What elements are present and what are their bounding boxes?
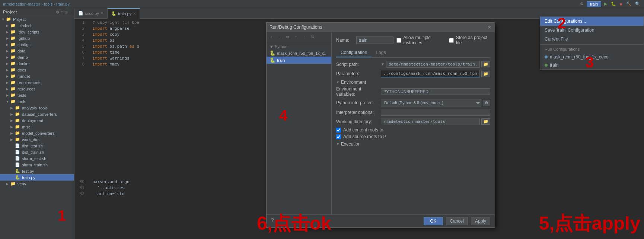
tree-item-venv[interactable]: ▶ 📁 venv [0,181,74,187]
tree-item-tools[interactable]: ▼ 📁 tools [0,98,74,105]
config-dot-2 [545,64,548,67]
sidebar-minus-icon[interactable]: − [69,10,71,14]
tab-configuration[interactable]: Configuration [336,48,372,57]
execution-section[interactable]: ▼ Execution [336,141,490,147]
tree-item-circleci[interactable]: ▶ 📁 .circleci [0,22,74,29]
script-path-browse[interactable]: 📁 [481,61,490,67]
top-bar: mmdetection-master › tools › train.py ⚙ … [0,0,644,8]
debug-icon[interactable]: 🐛 [610,1,617,6]
tree-item-deployment[interactable]: ▶ 📁 deployment [0,117,74,124]
help-button[interactable]: ? [271,217,274,225]
working-directory-row: Working directory: 📁 [336,118,490,125]
parameters-input[interactable] [381,70,480,77]
tree-item-slurm-train[interactable]: ▶ 📄 slurm_train.sh [0,162,74,168]
copy-config-button[interactable]: ⧉ [284,34,291,40]
tree-item-mmdet[interactable]: ▶ 📁 mmdet [0,73,74,79]
dialog-footer: ? OK Cancel Apply [267,214,495,227]
environment-section[interactable]: ▼ Environment [336,80,490,85]
tab-train-py[interactable]: 🐍 train.py ✕ [108,8,140,19]
run-debug-dialog: Run/Debug Configurations ✕ + − ⧉ ↑ ↓ ⇅ [266,22,495,228]
tree-item-demo[interactable]: ▶ 📁 demo [0,54,74,60]
tree-item-model-converters[interactable]: ▶ 📁 model_converters [0,130,74,136]
working-directory-input[interactable] [381,118,480,125]
build-icon[interactable]: 🔨 [625,1,632,6]
interpreter-options-input[interactable] [381,109,490,116]
sidebar-settings-icon[interactable]: ⚙ [56,10,59,14]
tree-item-docker[interactable]: ▶ 📁 docker [0,60,74,67]
tree-item-slurm-test[interactable]: ▶ 📄 slurm_test.sh [0,155,74,162]
content-roots-label: Add content roots to [343,127,383,133]
env-variables-label: Environment variables: [336,86,381,97]
stop-icon[interactable]: ■ [619,2,623,6]
current-file-item[interactable]: Current File [540,35,644,44]
run-configurations-label: Run Configurations [540,45,644,53]
tree-item-github[interactable]: ▶ 📁 .github [0,35,74,41]
sidebar-layout-icon[interactable]: ≡ [61,10,63,14]
config-dot-1 [545,55,548,58]
tree-item-test-py[interactable]: ▶ 🐍 test.py [0,168,74,174]
search-icon[interactable]: 🔍 [634,1,641,6]
tree-item-work-dirs[interactable]: ▶ 📁 work_dirs [0,136,74,143]
tree-item-tests[interactable]: ▶ 📁 tests [0,92,74,98]
exec-label: Execution [341,141,361,147]
move-down-button[interactable]: ↓ [301,34,307,40]
source-roots-checkbox[interactable] [336,134,341,139]
cancel-button[interactable]: Cancel [446,217,468,225]
env-variables-input[interactable] [381,88,490,95]
add-config-button[interactable]: + [268,34,275,40]
tree-item-docs[interactable]: ▶ 📁 docs [0,67,74,73]
tree-item-dist-train[interactable]: ▶ 📄 dist_train.sh [0,149,74,155]
run-config-mask-rcnn[interactable]: mask_rcnn_r50_fpn_1x_coco [540,53,644,61]
tab-coco-close[interactable]: ✕ [101,11,103,15]
source-roots-label: Add source roots to P [343,134,386,139]
tree-item-project[interactable]: ▼ 📁 Project [0,16,74,22]
tree-item-data[interactable]: ▶ 📁 data [0,48,74,54]
edit-configurations-item[interactable]: Edit Configurations... [540,17,644,26]
tree-item-requirements[interactable]: ▶ 📁 requirements [0,79,74,86]
store-as-project-checkbox[interactable] [449,38,454,43]
tree-item-analysis-tools[interactable]: ▶ 📁 analysis_tools [0,105,74,111]
run-icon[interactable]: ▶ [603,1,608,6]
dialog-config-tabs: Configuration Logs [336,48,490,58]
tab-coco-py[interactable]: 📄 coco.py ✕ [74,8,108,19]
tree-item-configs[interactable]: ▶ 📁 configs [0,41,74,48]
sort-button[interactable]: ⇅ [309,34,316,40]
env-variables-control [381,88,490,95]
sidebar-collapse-icon[interactable]: ⊟ [64,10,67,14]
tree-item-dataset-converters[interactable]: ▶ 📁 dataset_converters [0,111,74,117]
run-config-dropdown[interactable]: train [587,1,601,7]
dialog-close-button[interactable]: ✕ [487,24,492,30]
run-config-train[interactable]: train [540,61,644,69]
script-path-control: ▼ 📁 [381,61,490,68]
content-roots-row: Add content roots to [336,127,490,133]
python-interpreter-select[interactable]: Default (Python 3.8 (env_torch_) [381,99,481,106]
name-input[interactable] [356,36,393,44]
sidebar-icons: ⚙ ≡ ⊟ − [56,10,71,14]
tab-logs[interactable]: Logs [372,48,390,57]
config-train[interactable]: 🐍 train [267,57,331,64]
ok-button[interactable]: OK [424,217,443,225]
settings-icon[interactable]: ⚙ [579,1,584,6]
content-roots-checkbox[interactable] [336,128,341,133]
interpreter-settings[interactable]: ⚙ [483,100,490,106]
dialog-title-text: Run/Debug Configurations [270,25,322,30]
tree-item-misc[interactable]: ▶ 📁 misc [0,124,74,130]
breadcrumb: mmdetection-master › tools › train.py [3,2,70,6]
script-path-dropdown[interactable]: ▼ [381,62,385,66]
apply-button[interactable]: Apply [471,217,490,225]
python-icon-2: 🐍 [270,57,275,63]
allow-multiple-checkbox[interactable] [396,38,401,43]
remove-config-button[interactable]: − [276,34,283,40]
tree-item-resources[interactable]: ▶ 📁 resources [0,86,74,92]
tree-item-dist-test[interactable]: ▶ 📄 dist_test.sh [0,143,74,149]
working-dir-browse[interactable]: 📁 [481,118,490,125]
tree-item-devscripts[interactable]: ▶ 📁 .dev_scripts [0,29,74,35]
tab-train-close[interactable]: ✕ [133,12,136,16]
parameters-browse[interactable]: 📁 [481,71,490,77]
config-mask-rcnn[interactable]: 🐍 mask_rcnn_r50_fpn_1x_c... [267,50,331,57]
save-train-config-item[interactable]: Save 'train' Configuration [540,26,644,35]
script-path-input[interactable] [386,61,480,68]
tree-item-train-py[interactable]: ▶ 🐍 train.py [0,174,74,181]
env-variables-row: Environment variables: [336,86,490,97]
move-up-button[interactable]: ↑ [293,34,299,40]
